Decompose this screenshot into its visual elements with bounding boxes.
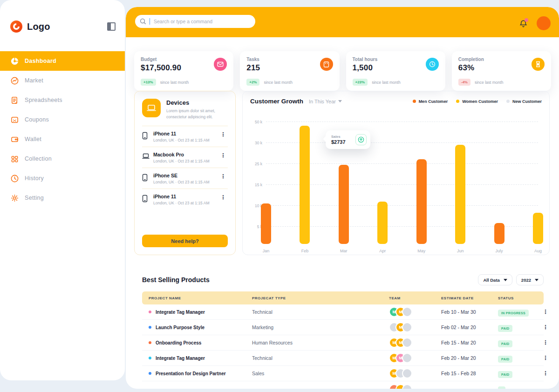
- status-badge: IN PROGRESS: [498, 310, 529, 317]
- clock-icon: [426, 58, 439, 71]
- legend-label: Women Customer: [462, 99, 498, 104]
- sidebar-item-collection[interactable]: Collection: [0, 149, 125, 169]
- devices-header: Devices Lorem ipsum dolor sit amet, cons…: [142, 99, 228, 120]
- phone-icon: [142, 174, 150, 183]
- laptop-tile-icon: [142, 99, 161, 117]
- project-dot: [149, 372, 151, 375]
- sidebar-item-label: Dashboard: [25, 58, 56, 64]
- bar-july[interactable]: [494, 223, 504, 244]
- logo-icon: [9, 20, 23, 34]
- best-selling-products-section: Best Selling Products All Data 2022 PROJ…: [134, 268, 550, 389]
- project-name: Integrate Tag Manager: [149, 310, 252, 315]
- user-avatar[interactable]: [537, 16, 551, 30]
- team-avatars: MM: [389, 353, 441, 363]
- kebab-menu-icon[interactable]: ⋮: [541, 308, 550, 316]
- sidebar-item-spreadsheets[interactable]: Spreadsheets: [0, 90, 125, 110]
- devices-card: Devices Lorem ipsum dolor sit amet, cons…: [134, 91, 236, 255]
- table-header-row: PROJECT NAMEPROJECAT TYPETEAMESTIMATE DA…: [142, 291, 544, 304]
- wallet-icon: [10, 135, 19, 144]
- devices-title: Devices: [166, 99, 228, 106]
- kebab-menu-icon[interactable]: ⋮: [218, 131, 228, 138]
- all-data-dropdown[interactable]: All Data: [478, 274, 512, 285]
- legend-dot: [413, 100, 416, 103]
- estimate-date: Feb 10 - Mar 30: [441, 309, 498, 315]
- status-badge: PAID: [498, 371, 512, 378]
- team-avatar: [402, 338, 412, 348]
- project-name: Presentation for Design Partner: [149, 371, 252, 376]
- kebab-menu-icon[interactable]: ⋮: [541, 370, 550, 377]
- project-dot: [149, 341, 151, 344]
- collection-icon: [10, 155, 19, 163]
- stat-note: since last month: [475, 80, 503, 85]
- table-row: Integrate Tag ManagerTechnicalMMFeb 20 -…: [142, 351, 544, 366]
- sidebar-item-label: Wallet: [25, 136, 41, 142]
- notification-bell-icon[interactable]: [519, 20, 527, 30]
- status-badge: PAID: [498, 356, 512, 363]
- kebab-menu-icon[interactable]: ⋮: [218, 194, 228, 201]
- device-row: iPhone 11London, UK · Oct 23 at 1:15 AM⋮: [142, 189, 228, 210]
- kebab-menu-icon[interactable]: ⋮: [218, 173, 228, 180]
- products-header: Best Selling Products All Data 2022: [134, 268, 550, 285]
- stat-card-tasks: Tasks215+2%since last month: [240, 51, 339, 91]
- kebab-menu-icon[interactable]: ⋮: [218, 152, 228, 159]
- bar-may[interactable]: [416, 159, 427, 244]
- stat-label: Total hours: [353, 57, 439, 62]
- device-name: iPhone SE: [153, 173, 210, 178]
- x-axis-label: Jan: [263, 249, 270, 253]
- estimate-date: Feb 15 - Mar 20: [441, 340, 498, 345]
- devices-description: Lorem ipsum dolor sit amet, consectetur …: [166, 108, 228, 120]
- sidebar-item-coupons[interactable]: Coupons: [0, 110, 125, 129]
- stat-card-completion: Completion63%-4%since last month: [452, 51, 551, 91]
- chart-period-dropdown[interactable]: In This Year: [309, 99, 342, 104]
- kebab-menu-icon[interactable]: ⋮: [541, 324, 550, 331]
- sidebar-collapse-icon[interactable]: [107, 22, 116, 31]
- chart-header: Customer Growth In This Year Men Custome…: [250, 98, 542, 105]
- sidebar-item-wallet[interactable]: Wallet: [0, 129, 125, 149]
- sidebar-item-market[interactable]: Market: [0, 71, 125, 90]
- hourglass-icon: [532, 58, 545, 71]
- bar-apr[interactable]: [377, 202, 388, 244]
- gridline: 50 k: [266, 122, 538, 122]
- stat-change-badge: -4%: [458, 79, 470, 86]
- device-meta: London, UK · Oct 23 at 1:15 AM: [153, 201, 210, 205]
- team-avatar: [402, 322, 412, 332]
- year-dropdown[interactable]: 2022: [516, 274, 544, 285]
- table-body: Integrate Tag ManagerTechnicalMMFeb 10 -…: [142, 304, 544, 389]
- search-icon: [140, 18, 146, 25]
- project-type: Technical: [252, 355, 389, 361]
- y-axis-tick: 25 k: [255, 162, 262, 166]
- estimate-date: Feb 15 - Feb 28: [441, 371, 498, 376]
- device-name: iPhone 11: [153, 194, 210, 199]
- column-header: TEAM: [389, 296, 441, 300]
- bar-aug[interactable]: [533, 213, 543, 244]
- bar-jun[interactable]: [455, 145, 465, 244]
- kebab-menu-icon[interactable]: ⋮: [541, 354, 550, 362]
- x-axis-label: July: [496, 249, 503, 253]
- x-axis-label: Apr: [379, 249, 386, 253]
- chart-title: Customer Growth: [250, 98, 303, 105]
- kebab-menu-icon[interactable]: ⋮: [541, 339, 550, 346]
- table-row-partial: [142, 381, 544, 389]
- chart-tooltip: Sales $2737: [326, 130, 370, 149]
- bar-jan[interactable]: [261, 203, 271, 244]
- need-help-button[interactable]: Need help?: [142, 235, 228, 247]
- search-input[interactable]: [150, 19, 251, 24]
- sidebar-item-history[interactable]: History: [0, 169, 125, 188]
- sidebar-item-setting[interactable]: Setting: [0, 188, 125, 208]
- x-axis-label: May: [417, 249, 425, 253]
- sidebar-item-dashboard[interactable]: Dashboard: [0, 51, 125, 71]
- team-avatars: M: [389, 322, 441, 332]
- project-dot: [149, 357, 151, 359]
- table-row: Launch Purpose StyleMarketingMFeb 02 - M…: [142, 320, 544, 335]
- status-badge: PAID: [498, 340, 512, 347]
- stat-label: Tasks: [246, 57, 333, 62]
- legend-label: Men Customer: [419, 99, 448, 104]
- chevron-down-icon: [535, 279, 539, 281]
- bar-feb[interactable]: [300, 126, 310, 244]
- team-avatars: MM: [389, 307, 441, 317]
- stat-card-total-hours: Total hours1,500+23%since last month: [346, 51, 445, 91]
- search-bar[interactable]: [135, 15, 255, 28]
- sidebar: Logo DashboardMarketSpreadsheetsCouponsW…: [0, 0, 125, 380]
- bar-mar[interactable]: [339, 165, 349, 244]
- chart-legend: Men CustomerWomen CustomerNew Customer: [413, 99, 542, 104]
